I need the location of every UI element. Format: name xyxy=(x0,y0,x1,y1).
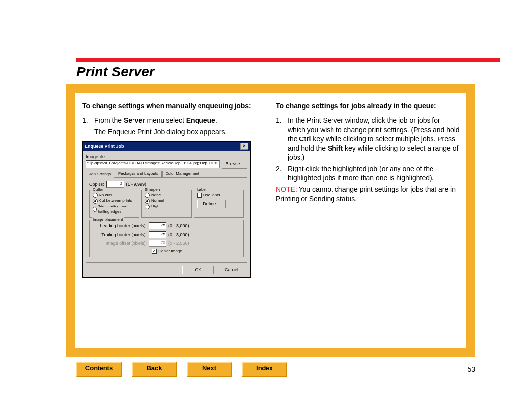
note-label: NOTE: xyxy=(276,185,297,193)
image-file-row: \\lip-dpsc-s01\projects\FIREBALL\Images\… xyxy=(86,160,247,169)
right-column: To change settings for jobs already in t… xyxy=(276,102,460,339)
page: Print Server To change settings when man… xyxy=(0,0,532,411)
page-title: Print Server xyxy=(76,64,155,80)
next-button[interactable]: Next xyxy=(187,362,232,377)
label-label: Label xyxy=(196,187,208,193)
offset-range: (0 - 2,560) xyxy=(168,240,189,246)
cutter-label: Cutter xyxy=(92,187,104,193)
trailing-label: Trailing border (pixels): xyxy=(93,232,147,238)
right-heading: To change settings for jobs already in t… xyxy=(276,102,460,111)
cutter-trim[interactable]: Trim leading and trailing edges xyxy=(93,204,137,215)
cutter-no[interactable]: No cuts xyxy=(93,193,137,198)
sharpen-high[interactable]: High xyxy=(145,204,189,209)
tab-pane: Copies: 2 (1 - 9,999) Cutter No cuts Cut… xyxy=(86,178,247,263)
copies-input[interactable]: 2 xyxy=(106,181,124,188)
sharpen-group: Sharpen None Normal High xyxy=(141,190,192,218)
placement-group: Image placement Leading border (pixels):… xyxy=(89,220,244,257)
offset-label: Image offset (pixels): xyxy=(93,240,147,246)
dialog-titlebar: Enqueue Print Job × xyxy=(83,142,250,151)
leading-row: Leading border (pixels): 75 (0 - 3,000) xyxy=(93,222,241,229)
step-text: In the Print Server window, click the jo… xyxy=(288,116,460,162)
right-note: NOTE: You cannot change print settings f… xyxy=(276,185,460,204)
step-number: 2. xyxy=(276,164,285,183)
footer: Contents Back Next Index 53 xyxy=(76,362,475,377)
contents-button[interactable]: Contents xyxy=(76,362,122,377)
cancel-button[interactable]: Cancel xyxy=(216,266,247,274)
tabs: Job Settings Packages and Layouts Color … xyxy=(86,171,247,178)
image-file-input[interactable]: \\lip-dpsc-s01\projects\FIREBALL\Images\… xyxy=(86,160,220,168)
sharpen-none[interactable]: None xyxy=(145,193,189,198)
placement-label: Image placement xyxy=(92,217,124,223)
left-column: To change settings when manually enqueui… xyxy=(82,102,266,339)
accent-bar xyxy=(76,58,500,62)
right-step-1: 1. In the Print Server window, click the… xyxy=(276,116,460,162)
offset-input: 75 xyxy=(149,240,166,247)
note-text: NOTE: You cannot change print settings f… xyxy=(276,185,460,204)
trailing-input[interactable]: 75 xyxy=(149,231,166,238)
sharpen-label: Sharpen xyxy=(144,187,161,193)
label-group: Label Use label Define... xyxy=(194,190,244,218)
close-icon[interactable]: × xyxy=(240,143,248,150)
step-number: 1. xyxy=(276,116,285,162)
enqueue-dialog: Enqueue Print Job × Image file: \\lip-dp… xyxy=(82,141,251,278)
cutter-between[interactable]: Cut between prints xyxy=(93,198,137,204)
right-step-2: 2. Right-click the highlighted job (or a… xyxy=(276,164,460,183)
copies-range: (1 - 9,999) xyxy=(126,181,147,187)
dialog-body: Image file: \\lip-dpsc-s01\projects\FIRE… xyxy=(83,151,250,277)
use-label[interactable]: Use label xyxy=(197,193,241,198)
tab-color[interactable]: Color Management xyxy=(162,171,202,177)
leading-label: Leading border (pixels): xyxy=(93,223,147,229)
tab-job-settings[interactable]: Job Settings xyxy=(86,171,114,178)
tab-packages[interactable]: Packages and Layouts xyxy=(115,171,162,177)
back-button[interactable]: Back xyxy=(132,362,177,377)
trailing-row: Trailing border (pixels): 75 (0 - 3,000) xyxy=(93,231,241,238)
image-file-label: Image file: xyxy=(86,154,247,160)
center-image[interactable]: Center Image xyxy=(93,249,241,254)
leading-input[interactable]: 75 xyxy=(149,222,166,229)
step-text: From the Server menu select Enqueue. xyxy=(94,116,217,125)
step-text: Right-click the highlighted job (or any … xyxy=(288,164,460,183)
content: To change settings when manually enqueui… xyxy=(75,93,466,348)
ok-button[interactable]: OK xyxy=(182,266,214,274)
step-number: 1. xyxy=(82,116,91,125)
three-groups: Cutter No cuts Cut between prints Trim l… xyxy=(89,190,244,220)
leading-range: (0 - 3,000) xyxy=(168,223,189,229)
page-number: 53 xyxy=(467,365,475,373)
left-substep: The Enqueue Print Job dialog box appears… xyxy=(94,127,266,137)
offset-row: Image offset (pixels): 75 (0 - 2,560) xyxy=(93,240,241,247)
trailing-range: (0 - 3,000) xyxy=(168,232,189,238)
define-button[interactable]: Define... xyxy=(197,200,226,208)
left-heading: To change settings when manually enqueui… xyxy=(82,102,266,111)
dialog-title: Enqueue Print Job xyxy=(85,143,124,149)
content-frame: To change settings when manually enqueui… xyxy=(66,84,475,357)
sharpen-normal[interactable]: Normal xyxy=(145,198,189,204)
dialog-button-row: OK Cancel xyxy=(86,266,247,274)
copies-row: Copies: 2 (1 - 9,999) xyxy=(89,181,244,188)
cutter-group: Cutter No cuts Cut between prints Trim l… xyxy=(89,190,139,218)
left-step-1: 1. From the Server menu select Enqueue. xyxy=(82,116,266,125)
copies-label: Copies: xyxy=(89,181,104,187)
browse-button[interactable]: Browse... xyxy=(222,160,247,169)
index-button[interactable]: Index xyxy=(242,362,287,377)
